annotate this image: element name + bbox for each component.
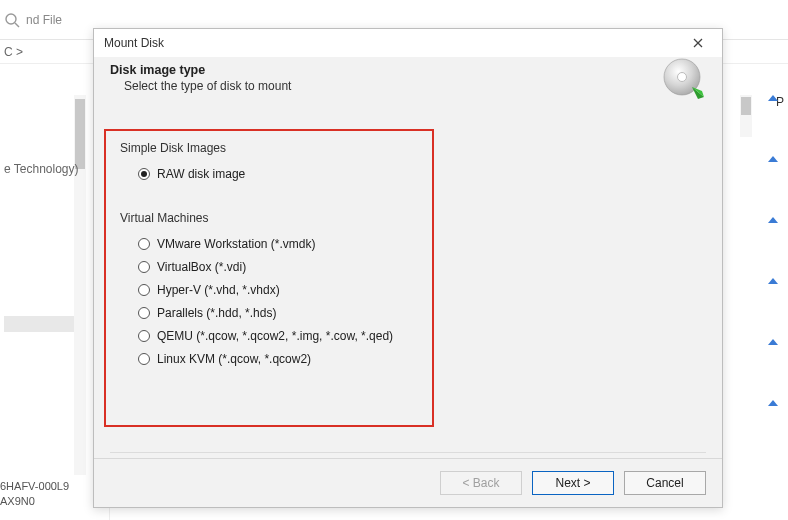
svg-point-5 xyxy=(678,73,687,82)
group-simple-label: Simple Disk Images xyxy=(120,141,702,155)
radio-label: Hyper-V (*.vhd, *.vhdx) xyxy=(157,283,280,297)
radio-icon xyxy=(138,307,150,319)
dialog-footer: < Back Next > Cancel xyxy=(94,458,722,507)
radio-icon xyxy=(138,353,150,365)
radio-label: QEMU (*.qcow, *.qcow2, *.img, *.cow, *.q… xyxy=(157,329,393,343)
bg-right-chevrons xyxy=(758,95,788,406)
radio-icon xyxy=(138,330,150,342)
chevron-up-icon[interactable] xyxy=(768,217,778,223)
disc-icon xyxy=(662,57,706,101)
svg-point-0 xyxy=(6,14,16,24)
bg-left-selection xyxy=(4,316,74,332)
svg-line-1 xyxy=(15,23,19,27)
chevron-up-icon[interactable] xyxy=(768,339,778,345)
close-button[interactable] xyxy=(680,31,716,55)
search-icon xyxy=(4,12,20,28)
cancel-button[interactable]: Cancel xyxy=(624,471,706,495)
header-title: Disk image type xyxy=(110,63,706,77)
next-button[interactable]: Next > xyxy=(532,471,614,495)
dialog-title: Mount Disk xyxy=(104,36,164,50)
radio-label: VirtualBox (*.vdi) xyxy=(157,260,246,274)
bg-right-scrollbar[interactable] xyxy=(740,95,752,137)
radio-label: VMware Workstation (*.vmdk) xyxy=(157,237,315,251)
dialog-titlebar[interactable]: Mount Disk xyxy=(94,29,722,57)
radio-hyperv[interactable]: Hyper-V (*.vhd, *.vhdx) xyxy=(138,283,702,297)
bg-disk-label: 6HAFV-000L9 AX9N0 xyxy=(0,479,69,508)
header-subtitle: Select the type of disk to mount xyxy=(124,79,706,93)
radio-kvm[interactable]: Linux KVM (*.qcow, *.qcow2) xyxy=(138,352,702,366)
dialog-header: Disk image type Select the type of disk … xyxy=(94,57,722,103)
back-button: < Back xyxy=(440,471,522,495)
radio-label: Linux KVM (*.qcow, *.qcow2) xyxy=(157,352,311,366)
disk-label-line1: 6HAFV-000L9 xyxy=(0,479,69,493)
radio-label: RAW disk image xyxy=(157,167,245,181)
radio-icon xyxy=(138,168,150,180)
mount-disk-dialog: Mount Disk Disk image type Select the ty… xyxy=(93,28,723,508)
scrollbar-thumb[interactable] xyxy=(741,97,751,115)
bg-left-item: e Technology) xyxy=(4,162,105,176)
group-vm-label: Virtual Machines xyxy=(120,211,702,225)
radio-qemu[interactable]: QEMU (*.qcow, *.qcow2, *.img, *.cow, *.q… xyxy=(138,329,702,343)
disk-label-line2: AX9N0 xyxy=(0,494,69,508)
bg-search-label: nd File xyxy=(26,13,62,27)
chevron-up-icon[interactable] xyxy=(768,95,778,101)
radio-parallels[interactable]: Parallels (*.hdd, *.hds) xyxy=(138,306,702,320)
close-icon xyxy=(693,35,703,51)
radio-raw[interactable]: RAW disk image xyxy=(138,167,702,181)
radio-icon xyxy=(138,238,150,250)
radio-label: Parallels (*.hdd, *.hds) xyxy=(157,306,276,320)
radio-icon xyxy=(138,284,150,296)
chevron-up-icon[interactable] xyxy=(768,400,778,406)
radio-virtualbox[interactable]: VirtualBox (*.vdi) xyxy=(138,260,702,274)
footer-divider xyxy=(110,452,706,453)
radio-vmware[interactable]: VMware Workstation (*.vmdk) xyxy=(138,237,702,251)
chevron-up-icon[interactable] xyxy=(768,156,778,162)
chevron-up-icon[interactable] xyxy=(768,278,778,284)
dialog-content: Simple Disk Images RAW disk image Virtua… xyxy=(94,103,722,458)
breadcrumb-text: C > xyxy=(4,45,23,59)
radio-icon xyxy=(138,261,150,273)
